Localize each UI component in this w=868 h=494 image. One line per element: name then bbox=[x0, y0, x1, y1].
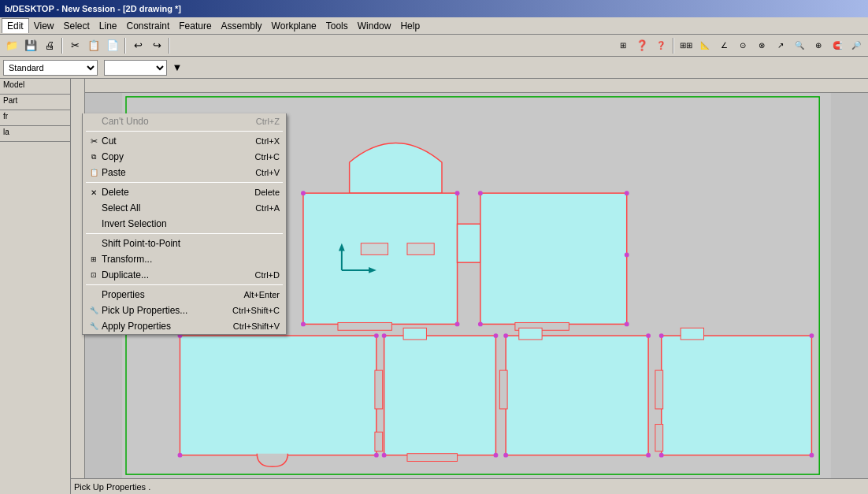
svg-rect-7 bbox=[361, 243, 388, 255]
duplicate-shortcut: Ctrl+D bbox=[255, 270, 280, 280]
cut-shortcut: Ctrl+X bbox=[255, 136, 280, 146]
copy-label: Copy bbox=[102, 151, 239, 162]
save-button[interactable]: 💾 bbox=[22, 37, 39, 54]
cant-undo-label: Can't Undo bbox=[102, 116, 240, 127]
snap-button[interactable]: ⊞ bbox=[614, 37, 632, 54]
delete-shortcut: Delete bbox=[254, 188, 280, 197]
menu-invert-selection[interactable]: Invert Selection bbox=[83, 216, 286, 232]
menu-shift-point[interactable]: Shift Point-to-Point bbox=[83, 236, 286, 251]
cut-button[interactable]: ✂ bbox=[66, 37, 83, 54]
separator-2 bbox=[124, 38, 126, 54]
paste-icon: 📋 bbox=[87, 169, 100, 176]
grid-button[interactable]: ⊞⊞ bbox=[677, 37, 695, 54]
edit-menu: Can't Undo Ctrl+Z ✂ Cut Ctrl+X ⧉ Copy Ct… bbox=[82, 113, 287, 335]
properties-shortcut: Alt+Enter bbox=[243, 290, 280, 299]
svg-point-29 bbox=[625, 191, 629, 195]
new-button[interactable]: 📁 bbox=[3, 37, 20, 54]
svg-rect-3 bbox=[338, 322, 391, 330]
svg-rect-25 bbox=[655, 425, 663, 451]
svg-rect-16 bbox=[384, 336, 496, 455]
cut-icon: ✂ bbox=[87, 136, 100, 147]
svg-rect-24 bbox=[655, 370, 663, 409]
paste-button[interactable]: 📄 bbox=[104, 37, 121, 54]
svg-point-40 bbox=[646, 333, 651, 338]
menu-properties[interactable]: Properties Alt+Enter bbox=[83, 287, 286, 303]
svg-point-31 bbox=[455, 321, 460, 326]
help-button[interactable]: ❓ bbox=[633, 37, 651, 54]
sidebar-tab-part[interactable]: Part bbox=[0, 95, 70, 110]
svg-point-50 bbox=[809, 453, 814, 458]
menu-item-workplane[interactable]: Workplane bbox=[267, 19, 321, 33]
svg-point-41 bbox=[659, 333, 664, 338]
menu-item-edit[interactable]: Edit bbox=[2, 18, 29, 33]
copy-button[interactable]: 📋 bbox=[85, 37, 102, 54]
menu-item-assembly[interactable]: Assembly bbox=[217, 19, 267, 33]
title-text: b/DESKTOP - New Session - [2D drawing *] bbox=[5, 4, 181, 13]
menu-sep-4 bbox=[86, 284, 283, 285]
select-all-shortcut: Ctrl+A bbox=[255, 203, 280, 213]
svg-point-32 bbox=[478, 321, 483, 326]
undo-button[interactable]: ↩ bbox=[129, 37, 147, 54]
menu-cant-undo[interactable]: Can't Undo Ctrl+Z bbox=[83, 113, 286, 129]
menu-duplicate[interactable]: ⊡ Duplicate... Ctrl+D bbox=[83, 267, 286, 283]
menu-delete[interactable]: ✕ Delete Delete bbox=[83, 184, 286, 200]
svg-point-38 bbox=[494, 333, 499, 338]
menu-paste[interactable]: 📋 Paste Ctrl+V bbox=[83, 165, 286, 180]
apply-properties-shortcut: Ctrl+Shift+V bbox=[233, 321, 280, 331]
angle-button[interactable]: ∠ bbox=[715, 37, 733, 54]
zoom-button[interactable]: 🔍 bbox=[791, 37, 808, 54]
redo-button[interactable]: ↪ bbox=[148, 37, 165, 54]
layer-dropdown[interactable] bbox=[104, 60, 167, 76]
svg-rect-19 bbox=[506, 336, 648, 455]
svg-point-33 bbox=[625, 321, 629, 326]
print-button[interactable]: 🖨 bbox=[41, 37, 58, 54]
duplicate-icon: ⊡ bbox=[87, 271, 100, 279]
svg-point-27 bbox=[455, 191, 460, 195]
svg-point-43 bbox=[178, 453, 183, 458]
svg-rect-20 bbox=[519, 328, 542, 340]
status-bar: Pick Up Properties . bbox=[71, 478, 868, 494]
apply-properties-icon: 🔧 bbox=[87, 322, 100, 330]
properties-label: Properties bbox=[102, 289, 228, 300]
search-button[interactable]: 🔎 bbox=[848, 37, 865, 54]
magnet-button[interactable]: 🧲 bbox=[829, 37, 846, 54]
duplicate-label: Duplicate... bbox=[102, 269, 239, 280]
menu-apply-properties[interactable]: 🔧 Apply Properties Ctrl+Shift+V bbox=[83, 318, 286, 334]
menu-item-feature[interactable]: Feature bbox=[174, 19, 216, 33]
measure-button[interactable]: 📐 bbox=[696, 37, 714, 54]
sidebar-tab-la[interactable]: la bbox=[0, 126, 70, 142]
menu-bar: Edit View Select Line Constraint Feature… bbox=[0, 17, 868, 35]
circle-button[interactable]: ⊙ bbox=[734, 37, 751, 54]
sidebar-tab-fr[interactable]: fr bbox=[0, 110, 70, 126]
menu-item-tools[interactable]: Tools bbox=[321, 19, 353, 33]
svg-point-36 bbox=[374, 333, 379, 338]
menu-pick-up-properties[interactable]: 🔧 Pick Up Properties... Ctrl+Shift+C bbox=[83, 303, 286, 318]
separator-1 bbox=[61, 38, 63, 54]
svg-point-46 bbox=[494, 453, 499, 458]
copy-icon: ⧉ bbox=[87, 153, 100, 162]
menu-select-all[interactable]: Select All Ctrl+A bbox=[83, 200, 286, 216]
shift-point-label: Shift Point-to-Point bbox=[102, 238, 264, 249]
menu-item-line[interactable]: Line bbox=[95, 19, 122, 33]
view-dropdown[interactable]: Standard bbox=[3, 60, 98, 76]
target-button[interactable]: ⊕ bbox=[810, 37, 827, 54]
pick-up-properties-icon: 🔧 bbox=[87, 306, 100, 314]
menu-item-view[interactable]: View bbox=[29, 19, 59, 33]
select-all-label: Select All bbox=[102, 202, 239, 214]
arrow-button[interactable]: ↗ bbox=[772, 37, 789, 54]
menu-transform[interactable]: ⊞ Transform... bbox=[83, 251, 286, 267]
svg-point-39 bbox=[503, 333, 508, 338]
dropdown-arrow[interactable]: ▼ bbox=[169, 59, 186, 76]
menu-item-select[interactable]: Select bbox=[58, 19, 94, 33]
menu-item-window[interactable]: Window bbox=[353, 19, 396, 33]
menu-cut[interactable]: ✂ Cut Ctrl+X bbox=[83, 133, 286, 149]
svg-rect-5 bbox=[480, 193, 627, 324]
menu-item-constraint[interactable]: Constraint bbox=[122, 19, 175, 33]
svg-point-37 bbox=[382, 333, 387, 338]
sidebar-tab-model[interactable]: Model bbox=[0, 79, 70, 95]
menu-item-help[interactable]: Help bbox=[395, 19, 425, 33]
intersect-button[interactable]: ⊗ bbox=[753, 37, 770, 54]
menu-copy[interactable]: ⧉ Copy Ctrl+C bbox=[83, 149, 286, 165]
help2-button[interactable]: ❓ bbox=[652, 37, 670, 54]
pick-up-properties-label: Pick Up Properties... bbox=[102, 305, 217, 316]
